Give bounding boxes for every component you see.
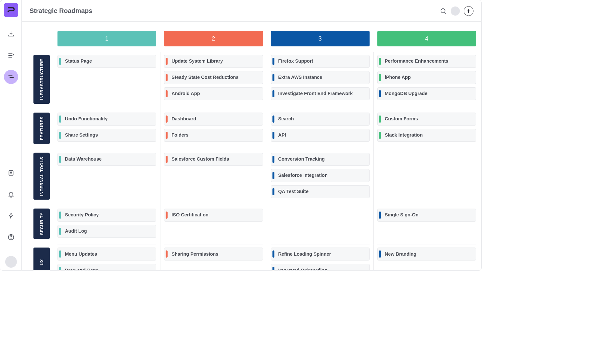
card-title: Drag-and-Drop [65,267,98,270]
cell: Security PolicyAudit Log [57,206,156,245]
page-title: Strategic Roadmaps [30,7,92,15]
card-color-tag [379,250,381,258]
card[interactable]: Extra AWS Instance [271,71,370,84]
contacts-icon[interactable] [4,166,18,180]
card-color-tag [272,156,274,163]
row-label-security[interactable]: SECURITY [33,209,50,239]
notifications-icon[interactable] [4,187,18,201]
cell: Conversion TrackingSalesforce Integratio… [271,150,370,206]
card[interactable]: Sharing Permissions [164,248,263,261]
add-button[interactable]: + [464,6,473,16]
card-color-tag [166,90,168,97]
card-color-tag [166,132,168,139]
card[interactable]: Folders [164,129,263,142]
card-color-tag [166,250,168,258]
roadmap-icon[interactable] [4,70,18,84]
card[interactable]: Single Sign-On [377,209,476,222]
card[interactable]: Update System Library [164,55,263,68]
card[interactable]: Firefox Support [271,55,370,68]
card-title: Single Sign-On [385,212,419,218]
card[interactable]: Share Settings [57,129,156,142]
card[interactable]: Data Warehouse [57,153,156,166]
card-color-tag [379,58,381,65]
card-title: Search [278,116,294,122]
card[interactable]: Slack Integration [377,129,476,142]
cell: ISO Certification [164,206,263,245]
cell: Data Warehouse [57,150,156,206]
card-color-tag [59,156,61,163]
card[interactable]: Drag-and-Drop [57,264,156,270]
card[interactable]: Dashboard [164,113,263,126]
column-header-2[interactable]: 2 [164,31,263,46]
card[interactable]: iPhone App [377,71,476,84]
card-color-tag [379,212,381,219]
card-color-tag [272,172,274,179]
card-color-tag [59,132,61,139]
column-header-3[interactable]: 3 [271,31,370,46]
card[interactable]: Search [271,113,370,126]
cell: Firefox SupportExtra AWS InstanceInvesti… [271,52,370,110]
card-title: Slack Integration [385,132,423,139]
row-label-infrastructure[interactable]: INFRASTRUCTURE [33,55,50,104]
card-color-tag [166,115,168,123]
svg-point-2 [10,172,12,173]
help-icon[interactable] [4,230,18,244]
column-header-1[interactable]: 1 [57,31,156,46]
cell: Undo FunctionalityShare Settings [57,110,156,150]
card-color-tag [59,58,61,65]
card-title: Undo Functionality [65,116,107,122]
card[interactable]: Android App [164,87,263,100]
user-avatar[interactable] [5,256,17,268]
app-logo[interactable] [4,3,18,17]
card[interactable]: Audit Log [57,225,156,238]
card[interactable]: Salesforce Integration [271,169,370,182]
card-title: QA Test Suite [278,188,309,195]
card[interactable]: MongoDB Upgrade [377,87,476,100]
card-title: New Branding [385,251,416,258]
card[interactable]: Undo Functionality [57,113,156,126]
search-icon[interactable] [440,7,447,15]
card-color-tag [272,188,274,195]
svg-point-0 [13,13,14,14]
cell: Single Sign-On [377,206,476,245]
cell: DashboardFolders [164,110,263,150]
cell: Custom FormsSlack Integration [377,110,476,150]
card-title: Folders [171,132,188,139]
card[interactable]: Menu Updates [57,248,156,261]
card-color-tag [166,212,168,219]
card[interactable]: QA Test Suite [271,185,370,198]
card[interactable]: New Branding [377,248,476,261]
card[interactable]: Steady State Cost Reductions [164,71,263,84]
card-title: ISO Certification [171,212,208,218]
list-icon[interactable] [4,48,18,63]
row-label-features[interactable]: FEATURES [33,113,50,144]
import-icon[interactable] [4,27,18,41]
cell: Status Page [57,52,156,110]
card[interactable]: Security Policy [57,209,156,222]
card[interactable]: Salesforce Custom Fields [164,153,263,166]
card[interactable]: ISO Certification [164,209,263,222]
card[interactable]: Custom Forms [377,113,476,126]
card-color-tag [166,156,168,163]
cell [271,206,370,245]
card[interactable]: Conversion Tracking [271,153,370,166]
card-color-tag [272,58,274,65]
card[interactable]: Improved Onboarding [271,264,370,270]
card-title: Sharing Permissions [171,251,218,258]
card[interactable]: Performance Enhancements [377,55,476,68]
card[interactable]: API [271,129,370,142]
bolt-icon[interactable] [4,209,18,223]
card[interactable]: Status Page [57,55,156,68]
card-color-tag [59,250,61,258]
column-header-4[interactable]: 4 [377,31,476,46]
card[interactable]: Refine Loading Spinner [271,248,370,261]
cell: New Branding [377,245,476,270]
card-title: Security Policy [65,212,99,218]
card-color-tag [272,74,274,81]
row-label-internal-tools[interactable]: INTERNAL TOOLS [33,153,50,200]
row-label-ux[interactable]: UX [33,248,50,270]
card-title: Conversion Tracking [278,156,325,163]
card[interactable]: Investigate Front End Framework [271,87,370,100]
card-color-tag [166,58,168,65]
topbar-avatar[interactable] [451,6,460,16]
